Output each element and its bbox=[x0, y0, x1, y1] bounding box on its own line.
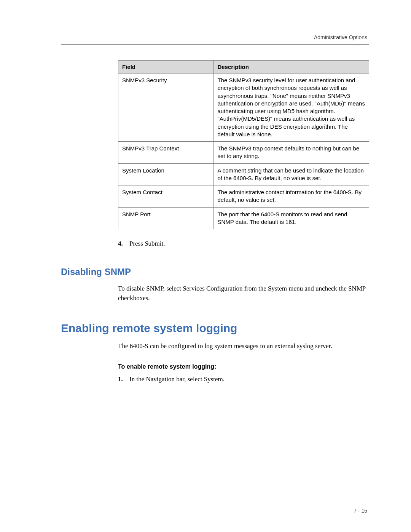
running-header: Administrative Options bbox=[61, 34, 369, 40]
enabling-intro: The 6400-S can be configured to log syst… bbox=[118, 342, 369, 351]
field-description-table: Field Description SNMPv3 Security The SN… bbox=[118, 60, 369, 229]
cell-description: The SNMPv3 trap context defaults to noth… bbox=[213, 142, 369, 164]
step-text: Press Submit. bbox=[129, 240, 165, 248]
step-4: 4. Press Submit. bbox=[118, 240, 369, 248]
page-number: 7 - 15 bbox=[354, 508, 367, 514]
table-row: SNMPv3 Security The SNMPv3 security leve… bbox=[118, 73, 369, 142]
disabling-snmp-body: To disable SNMP, select Services Configu… bbox=[118, 284, 369, 303]
heading-enabling-remote-logging: Enabling remote system logging bbox=[61, 322, 369, 335]
heading-disabling-snmp: Disabling SNMP bbox=[61, 267, 369, 277]
table-row: SNMPv3 Trap Context The SNMPv3 trap cont… bbox=[118, 142, 369, 164]
enable-subheading: To enable remote system logging: bbox=[118, 363, 369, 370]
cell-field: SNMP Port bbox=[118, 207, 213, 229]
step-number: 4. bbox=[118, 240, 126, 248]
table-row: System Location A comment string that ca… bbox=[118, 163, 369, 185]
cell-field: System Location bbox=[118, 163, 213, 185]
cell-field: SNMPv3 Trap Context bbox=[118, 142, 213, 164]
cell-description: A comment string that can be used to ind… bbox=[213, 163, 369, 185]
step-number: 1. bbox=[118, 375, 126, 383]
header-rule bbox=[61, 44, 369, 45]
col-header-description: Description bbox=[213, 61, 369, 73]
cell-field: SNMPv3 Security bbox=[118, 73, 213, 142]
table-header-row: Field Description bbox=[118, 61, 369, 73]
step-text: In the Navigation bar, select System. bbox=[129, 375, 225, 383]
col-header-field: Field bbox=[118, 61, 213, 73]
cell-description: The SNMPv3 security level for user authe… bbox=[213, 73, 369, 142]
cell-description: The port that the 6400-S monitors to rea… bbox=[213, 207, 369, 229]
table-row: System Contact The administrative contac… bbox=[118, 185, 369, 208]
cell-field: System Contact bbox=[118, 185, 213, 208]
cell-description: The administrative contact information f… bbox=[213, 185, 369, 208]
step-1: 1. In the Navigation bar, select System. bbox=[118, 375, 369, 383]
table-row: SNMP Port The port that the 6400-S monit… bbox=[118, 207, 369, 229]
